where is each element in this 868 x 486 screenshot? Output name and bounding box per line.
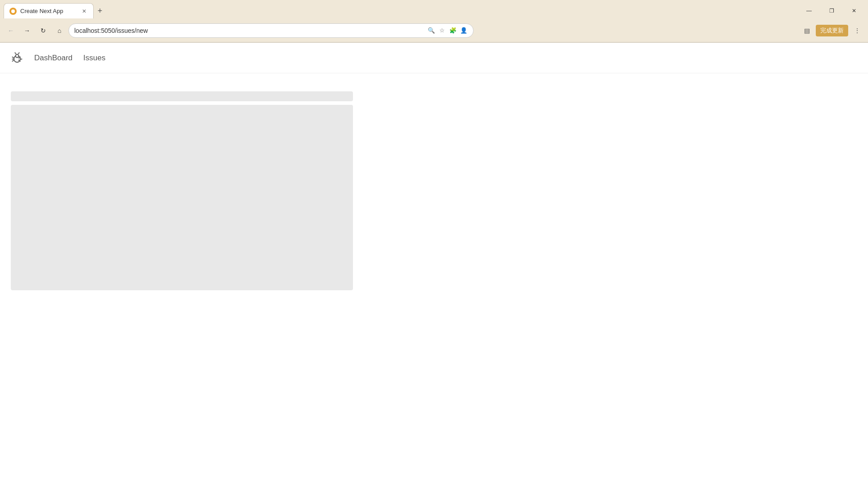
app-navbar: DashBoard Issues (0, 43, 868, 73)
address-bar[interactable]: localhost:5050/issues/new 🔍 ☆ 🧩 👤 (68, 23, 474, 38)
browser-chrome: Create Next App ✕ + — ❐ ✕ ← → ↻ ⌂ localh… (0, 0, 868, 43)
refresh-button[interactable]: ↻ (36, 23, 50, 38)
restore-button[interactable]: ❐ (821, 4, 842, 18)
tab-bar: Create Next App ✕ + — ❐ ✕ (0, 0, 868, 19)
app-content: DashBoard Issues (0, 43, 868, 308)
update-button[interactable]: 完成更新 (816, 25, 848, 36)
back-button[interactable]: ← (4, 23, 18, 38)
menu-button[interactable]: ⋮ (850, 23, 864, 38)
search-icon[interactable]: 🔍 (427, 27, 435, 35)
svg-point-0 (16, 54, 19, 57)
skeleton-body (11, 105, 353, 290)
bookmark-icon[interactable]: ☆ (438, 27, 446, 35)
address-icons: 🔍 ☆ 🧩 👤 (427, 27, 468, 35)
navigation-bar: ← → ↻ ⌂ localhost:5050/issues/new 🔍 ☆ 🧩 … (0, 19, 868, 42)
address-text: localhost:5050/issues/new (74, 27, 424, 34)
tab-favicon (9, 8, 17, 15)
tab-close-button[interactable]: ✕ (81, 8, 88, 15)
profile-icon[interactable]: 👤 (460, 27, 468, 35)
browser-tab-active[interactable]: Create Next App ✕ (4, 3, 94, 18)
sidebar-toggle-button[interactable]: ▤ (800, 23, 814, 38)
nav-link-dashboard[interactable]: DashBoard (34, 54, 72, 63)
forward-button[interactable]: → (20, 23, 34, 38)
minimize-button[interactable]: — (799, 4, 819, 18)
skeleton-title (11, 91, 353, 101)
window-controls: — ❐ ✕ (799, 4, 864, 18)
close-button[interactable]: ✕ (844, 4, 864, 18)
home-button[interactable]: ⌂ (52, 23, 67, 38)
nav-link-issues[interactable]: Issues (83, 54, 105, 63)
app-logo-icon[interactable] (11, 52, 23, 64)
tab-title: Create Next App (20, 8, 77, 14)
nav-right-controls: ▤ 完成更新 ⋮ (800, 23, 864, 38)
extensions-icon[interactable]: 🧩 (449, 27, 457, 35)
new-tab-button[interactable]: + (94, 4, 106, 17)
main-area (0, 73, 868, 308)
